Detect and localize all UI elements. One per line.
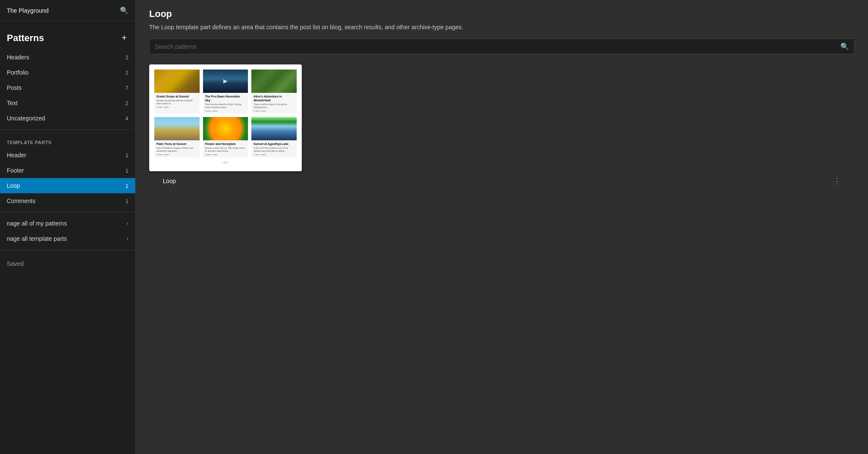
blog-post-meta-2: ◆ ■■■■ ▪ ■■■■■ (205, 110, 246, 112)
page-title: Loop (149, 8, 854, 19)
blog-post-title-6: Sunset at Agasthya Lake (253, 142, 295, 146)
sidebar-item-headers[interactable]: Headers 2 (0, 50, 135, 65)
blog-post-content-6: Sunset at Agasthya Lake In this all of t… (251, 140, 297, 157)
main-header: Loop The Loop template part defines an a… (136, 0, 868, 64)
patterns-header: Patterns + (0, 21, 135, 50)
blog-post-title-1: Greek Ocean at Sunset (156, 95, 198, 98)
blog-post-meta-4: ◆ ■■■■ ▪ ■■■■■ (156, 153, 198, 156)
sidebar-item-count: 2 (125, 54, 128, 61)
blog-post-image-dawn (203, 70, 248, 93)
blog-post-title-4: Palm Trees at Sunset (156, 142, 198, 146)
pagination: ‹ 2 › (154, 157, 297, 166)
sidebar-item-loop-part[interactable]: Loop 1 (0, 178, 135, 193)
sidebar-item-count: 2 (125, 100, 128, 106)
search-icon[interactable]: 🔍 (840, 42, 849, 50)
divider-2 (0, 212, 135, 212)
chevron-right-icon-2: › (127, 236, 128, 242)
blog-grid: Greek Ocean at Sunset Aenean suscipit th… (154, 70, 297, 157)
sidebar-item-text[interactable]: Text 2 (0, 95, 135, 111)
sidebar-item-count: 7 (125, 85, 128, 91)
blog-post-text-4: Said of Paradise, imagine a field of sta… (156, 147, 198, 153)
blog-post-title-5: Flower and Honeybee (205, 142, 246, 146)
search-bar[interactable]: 🔍 (149, 39, 854, 54)
blog-post-2: The Pre-Dawn November Sky There are few … (203, 70, 248, 114)
blog-post-4: Palm Trees at Sunset Said of Paradise, i… (154, 117, 200, 157)
sidebar-item-label: Posts (7, 84, 22, 91)
blog-post-content-3: Alice's Adventure in Wonderland There is… (251, 93, 297, 114)
patterns-heading: Patterns (7, 33, 44, 44)
manage-patterns-label: nage all of my patterns (7, 220, 67, 227)
pattern-card-inner: Greek Ocean at Sunset Aenean suscipit th… (149, 64, 302, 171)
manage-template-parts-link[interactable]: nage all template parts › (0, 231, 135, 246)
chevron-right-icon: › (127, 220, 128, 226)
sidebar: The Playground 🔍 Patterns + Headers 2 Po… (0, 0, 136, 454)
blog-post-meta-5: ◆ ■■■■ ▪ ■■■■■ (205, 153, 246, 156)
card-label: Loop (163, 178, 176, 184)
sidebar-item-footer-part[interactable]: Footer 1 (0, 163, 135, 178)
pattern-card-loop[interactable]: Greek Ocean at Sunset Aenean suscipit th… (149, 64, 302, 171)
blog-post-image-flower (203, 117, 248, 140)
blog-post-3: Alice's Adventure in Wonderland There is… (251, 70, 297, 114)
sidebar-item-comments-part[interactable]: Comments 1 (0, 193, 135, 209)
blog-post-meta-6: ◆ ■■■■ ▪ ■■■■■ (253, 153, 295, 156)
blog-post-text-2: There are few placed on Earth. Among tho… (205, 103, 246, 109)
blog-post-title-3: Alice's Adventure in Wonderland (253, 95, 295, 102)
blog-post-text-3: There is all the matter in this and so f… (253, 103, 295, 109)
sidebar-item-label: Footer (7, 167, 24, 174)
divider (0, 129, 135, 130)
search-input[interactable] (155, 43, 840, 50)
blog-post-content-2: The Pre-Dawn November Sky There are few … (203, 93, 248, 114)
sidebar-item-label: Uncategorized (7, 115, 45, 122)
sidebar-top-bar: The Playground 🔍 (0, 0, 135, 21)
sidebar-item-count: 4 (125, 115, 128, 122)
main-content: Loop The Loop template part defines an a… (136, 0, 868, 454)
blog-post-content-4: Palm Trees at Sunset Said of Paradise, i… (154, 140, 200, 157)
manage-template-parts-label: nage all template parts (7, 235, 67, 242)
blog-post-meta-1: ◆ ■■■■ ▪ ■■■■■ (156, 106, 198, 108)
sidebar-item-portfolio[interactable]: Portfolio 2 (0, 65, 135, 80)
blog-post-text-5: Aenean a amor sed vel. Title Image Lorem… (205, 147, 246, 153)
divider-3 (0, 250, 135, 250)
blog-post-title-2: The Pre-Dawn November Sky (205, 95, 246, 102)
sidebar-item-count: 1 (125, 152, 128, 159)
blog-post-5: Flower and Honeybee Aenean a amor sed ve… (203, 117, 248, 157)
pattern-area: Greek Ocean at Sunset Aenean suscipit th… (136, 64, 868, 454)
sidebar-item-posts[interactable]: Posts 7 (0, 80, 135, 95)
blog-post-content-5: Flower and Honeybee Aenean a amor sed ve… (203, 140, 248, 157)
blog-post-text-1: Aenean suscipit the pharetra ut blandit … (156, 99, 198, 105)
site-title: The Playground (7, 7, 49, 14)
search-icon-top[interactable]: 🔍 (120, 6, 128, 14)
sidebar-item-label: Text (7, 100, 18, 106)
blog-post-6: Sunset at Agasthya Lake In this all of t… (251, 117, 297, 157)
sidebar-item-count: 1 (125, 198, 128, 204)
sidebar-item-label: Headers (7, 54, 29, 61)
sidebar-item-label: Portfolio (7, 69, 28, 76)
sidebar-item-header-part[interactable]: Header 1 (0, 148, 135, 163)
blog-post-content-1: Greek Ocean at Sunset Aenean suscipit th… (154, 93, 200, 110)
blog-post-meta-3: ◆ ■■■■ ▪ ■■■■■ (253, 110, 295, 112)
sidebar-item-uncategorized[interactable]: Uncategorized 4 (0, 111, 135, 126)
sidebar-item-label: Header (7, 152, 26, 159)
sidebar-item-count: 1 (125, 183, 128, 189)
blog-post-1: Greek Ocean at Sunset Aenean suscipit th… (154, 70, 200, 114)
card-label-bar: Loop ⋮ (149, 171, 854, 191)
saved-section-label: Saved (0, 253, 135, 270)
sidebar-item-count: 1 (125, 167, 128, 174)
add-pattern-button[interactable]: + (120, 31, 128, 45)
blog-post-image-wonderland (251, 70, 297, 93)
template-parts-label: TEMPLATE PARTS (0, 133, 135, 148)
blog-post-text-6: In this all of the content is now of the… (253, 147, 295, 153)
sidebar-item-label: Loop (7, 182, 20, 189)
blog-post-image-lake (251, 117, 297, 140)
blog-post-image-palmtrees (154, 117, 200, 140)
manage-patterns-link[interactable]: nage all of my patterns › (0, 216, 135, 231)
page-description: The Loop template part defines an area t… (149, 23, 854, 32)
blog-post-image-ocean (154, 70, 200, 93)
sidebar-item-count: 2 (125, 70, 128, 76)
play-icon (223, 79, 228, 84)
more-options-button[interactable]: ⋮ (833, 176, 841, 186)
sidebar-item-label: Comments (7, 198, 36, 204)
